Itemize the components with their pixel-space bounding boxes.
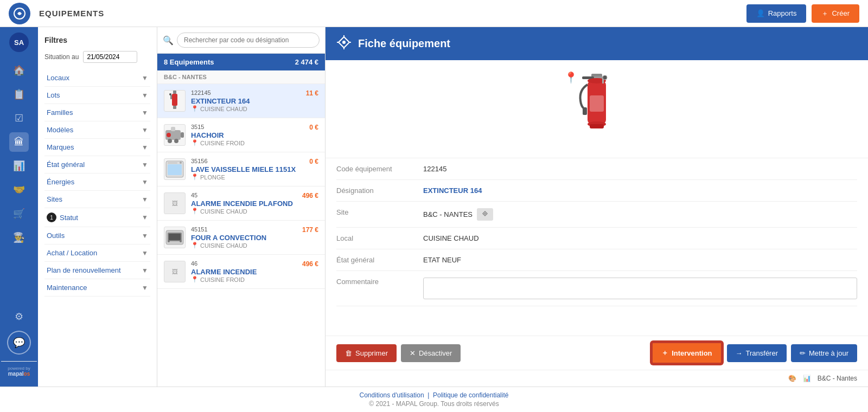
- chevron-down-icon: ▼: [142, 144, 148, 151]
- svg-rect-34: [583, 107, 587, 115]
- chevron-down-icon: ▼: [142, 249, 148, 257]
- site-link-button[interactable]: [477, 208, 493, 221]
- equipment-name: ALARME INCENDIE PLAFOND: [191, 199, 318, 208]
- transfer-label: Transférer: [746, 349, 778, 357]
- sidebar-item-chart[interactable]: 📊: [9, 156, 29, 176]
- create-button[interactable]: ＋ Créer: [812, 4, 859, 23]
- equipment-items-container: B&C - NANTES 122145 11: [157, 70, 325, 387]
- filter-familles-label: Familles: [47, 108, 73, 117]
- privacy-link[interactable]: Politique de confidentialité: [433, 391, 508, 399]
- equipment-location: 📍 CUISINE CHAUD: [191, 208, 318, 215]
- sidebar-item-home[interactable]: 🏠: [9, 61, 29, 80]
- chevron-down-icon: ▼: [142, 126, 148, 134]
- svg-point-38: [484, 213, 486, 215]
- sidebar-item-check[interactable]: ☑: [9, 108, 29, 128]
- list-item[interactable]: 45151 177 € FOUR A CONVECTION 📍 CUISINE …: [157, 221, 325, 255]
- field-etat: État général ETAT NEUF: [336, 249, 857, 271]
- reports-button[interactable]: 👤 Rapports: [746, 4, 807, 23]
- sidebar-item-chef[interactable]: 👨‍🍳: [9, 228, 29, 247]
- svg-point-21: [180, 240, 182, 242]
- detail-header-title: Fiche équipement: [358, 37, 450, 50]
- filter-achat[interactable]: Achat / Location ▼: [44, 244, 150, 262]
- filter-achat-label: Achat / Location: [47, 249, 97, 257]
- equipment-list-header: 8 Equipements 2 474 €: [157, 54, 325, 70]
- equipment-info: 3515 0 € HACHOIR 📍 CUISINE FROID: [191, 124, 318, 146]
- main-layout: SA 🏠 📋 ☑ 🏛 📊 🤝 🛒 👨‍🍳 ⚙ 💬 powered by mapa…: [0, 27, 868, 387]
- filter-date-row: Situation au: [44, 51, 150, 63]
- filter-modeles[interactable]: Modèles ▼: [44, 121, 150, 139]
- situation-date-input[interactable]: [83, 51, 137, 63]
- location-icon: 📍: [191, 208, 199, 215]
- etat-value: ETAT NEUF: [423, 256, 857, 264]
- sidebar-item-settings[interactable]: ⚙: [9, 307, 29, 326]
- equipment-image: [164, 90, 186, 112]
- filter-familles[interactable]: Familles ▼: [44, 104, 150, 121]
- equipment-location: 📍 CUISINE FROID: [191, 276, 318, 283]
- detail-fields: Code équipement 122145 Désignation EXTIN…: [326, 158, 868, 306]
- equipment-price: 496 €: [302, 260, 318, 268]
- filter-statut[interactable]: 1 Statut ▼: [44, 208, 150, 227]
- detail-header: Fiche équipement: [326, 27, 868, 60]
- svg-rect-3: [172, 94, 177, 106]
- equipment-code: 45: [191, 192, 197, 198]
- svg-rect-19: [169, 234, 181, 240]
- chat-button[interactable]: 💬: [7, 331, 31, 355]
- equipment-code: 122145: [191, 89, 211, 96]
- list-item[interactable]: 🖼 46 496 € ALARME INCENDIE 📍 CUISINE FRO…: [157, 255, 325, 289]
- location-icon: 📍: [191, 276, 199, 283]
- sidebar-item-cart[interactable]: 🛒: [9, 204, 29, 223]
- intervention-label: Intervention: [672, 349, 712, 357]
- filter-lots-label: Lots: [47, 91, 60, 99]
- search-input[interactable]: [177, 33, 320, 48]
- sidebar-nav: SA 🏠 📋 ☑ 🏛 📊 🤝 🛒 👨‍🍳 ⚙ 💬 powered by mapa…: [0, 27, 38, 387]
- filter-sites[interactable]: Sites ▼: [44, 191, 150, 208]
- list-item[interactable]: 35156 0 € LAVE VAISSELLE MIELE 1151X 📍 P…: [157, 152, 325, 186]
- filter-renouvellement[interactable]: Plan de renouvellement ▼: [44, 262, 150, 279]
- site-value: B&C - NANTES: [423, 208, 857, 221]
- detail-body: 📍: [326, 60, 868, 336]
- equipment-count: 8 Equipements: [164, 58, 214, 66]
- intervention-button[interactable]: ＋ Intervention: [651, 342, 722, 364]
- equipment-info: 35156 0 € LAVE VAISSELLE MIELE 1151X 📍 P…: [191, 158, 318, 181]
- sidebar-item-handshake[interactable]: 🤝: [9, 180, 29, 199]
- svg-point-12: [167, 133, 171, 137]
- detail-footer: 🎨 📊 B&C - Nantes: [326, 370, 868, 387]
- filter-energies-label: Énergies: [47, 178, 74, 186]
- conditions-link[interactable]: Conditions d'utilisation: [360, 391, 424, 399]
- filter-energies[interactable]: Énergies ▼: [44, 173, 150, 191]
- search-icon: 🔍: [163, 35, 174, 46]
- list-item[interactable]: 🖼 45 496 € ALARME INCENDIE PLAFOND 📍 CUI…: [157, 186, 325, 221]
- field-local: Local CUISINE CHAUD: [336, 228, 857, 249]
- deactivate-button[interactable]: ✕ Désactiver: [401, 344, 461, 362]
- svg-rect-8: [181, 132, 184, 138]
- list-item[interactable]: 122145 11 € EXTINCTEUR 164 📍 CUISINE CHA…: [157, 84, 325, 118]
- search-bar: 🔍: [157, 27, 325, 54]
- transfer-button[interactable]: → Transférer: [727, 344, 787, 362]
- equipment-name: EXTINCTEUR 164: [191, 97, 318, 105]
- filter-outils[interactable]: Outils ▼: [44, 227, 150, 244]
- equipment-name: HACHOIR: [191, 131, 318, 139]
- sidebar-item-list[interactable]: 📋: [9, 85, 29, 104]
- list-item[interactable]: 3515 0 € HACHOIR 📍 CUISINE FROID: [157, 118, 325, 152]
- chevron-down-icon: ▼: [142, 92, 148, 99]
- trash-icon: 🗑: [345, 349, 352, 357]
- update-button[interactable]: ✏ Mettre à jour: [791, 344, 857, 362]
- filter-locaux[interactable]: Locaux ▼: [44, 69, 150, 87]
- code-value: 122145: [423, 165, 857, 173]
- equipment-name: FOUR A CONVECTION: [191, 234, 318, 242]
- delete-button[interactable]: 🗑 Supprimer: [336, 344, 397, 362]
- filter-lots[interactable]: Lots ▼: [44, 87, 150, 104]
- equipment-info: 45 496 € ALARME INCENDIE PLAFOND 📍 CUISI…: [191, 192, 318, 215]
- filter-modeles-label: Modèles: [47, 126, 73, 134]
- filter-marques[interactable]: Marques ▼: [44, 139, 150, 156]
- equipment-location: 📍 PLONGE: [191, 173, 318, 181]
- svg-point-20: [168, 240, 170, 242]
- equipment-info: 122145 11 € EXTINCTEUR 164 📍 CUISINE CHA…: [191, 89, 318, 112]
- filter-maintenance[interactable]: Maintenance ▼: [44, 279, 150, 297]
- user-avatar[interactable]: SA: [9, 33, 29, 52]
- filter-sites-label: Sites: [47, 195, 62, 203]
- commentaire-input[interactable]: [423, 278, 857, 299]
- plus-icon: ＋: [821, 9, 828, 18]
- filter-etat-general[interactable]: État général ▼: [44, 156, 150, 173]
- sidebar-item-building[interactable]: 🏛: [9, 132, 29, 152]
